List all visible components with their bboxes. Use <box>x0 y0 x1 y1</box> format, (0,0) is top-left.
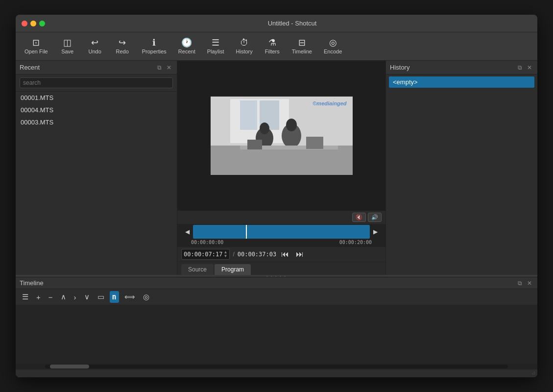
history-panel-actions: ⧉ ✕ <box>516 64 533 71</box>
scrubber-wrapper: ◀ ▶ <box>185 225 378 239</box>
save-button[interactable]: ◫ Save <box>55 36 80 56</box>
scrubber-start-arrow[interactable]: ◀ <box>185 228 190 235</box>
history-panel: History ⧉ ✕ <empty> <box>385 61 537 275</box>
tab-source[interactable]: Source <box>181 264 214 275</box>
encode-button[interactable]: ◎ Encode <box>319 36 347 56</box>
timeline-remove-button[interactable]: − <box>46 292 55 303</box>
timeline-append-button[interactable]: ∨ <box>82 291 92 303</box>
timeline-panel-actions: ⧉ ✕ <box>516 280 533 287</box>
current-time-display: 00:00:07:17 <box>184 251 222 258</box>
go-to-start-button[interactable]: ⏮ <box>279 249 291 260</box>
current-time-group: 00:00:07:17 ▲ ▼ <box>181 249 230 260</box>
timeline-settings-button[interactable]: ◎ <box>141 291 152 303</box>
recent-label: Recent <box>178 49 195 54</box>
traffic-lights <box>22 21 45 26</box>
timeline-panel: Timeline ⧉ ✕ ☰ + − ∧ › ∨ ▭ n ⟺ ◎ ⊿ <box>16 277 537 377</box>
recent-panel-title: Recent <box>20 64 40 71</box>
scrubber-end-arrow[interactable]: ▶ <box>373 228 378 235</box>
preview-area: ©mediainged <box>177 61 385 211</box>
minimize-button[interactable] <box>30 21 36 26</box>
resize-corner-icon: ⊿ <box>531 370 535 375</box>
file-name: 00001.MTS <box>21 94 53 101</box>
scrollbar-thumb[interactable] <box>50 365 89 368</box>
recent-panel-close-button[interactable]: ✕ <box>165 64 173 71</box>
recent-panel-header: Recent ⧉ ✕ <box>16 61 177 74</box>
timeline-add-button[interactable]: + <box>34 292 43 303</box>
svg-rect-2 <box>240 100 257 130</box>
list-item[interactable]: 00003.MTS <box>16 116 177 128</box>
timeline-lift-button[interactable]: ∧ <box>58 291 69 303</box>
timeline-panel-float-button[interactable]: ⧉ <box>516 280 524 287</box>
close-button[interactable] <box>22 21 27 26</box>
history-panel-header: History ⧉ ✕ <box>386 61 537 74</box>
timeline-button[interactable]: ⊟ Timeline <box>287 36 317 56</box>
tab-source-label: Source <box>188 266 207 273</box>
encode-icon: ◎ <box>329 38 337 47</box>
search-box <box>16 74 177 92</box>
open-file-button[interactable]: ⊡ Open File <box>20 36 53 56</box>
timeline-icon: ⊟ <box>298 38 306 47</box>
recent-panel: Recent ⧉ ✕ 00001.MTS 00004.MTS 00003.MTS <box>16 61 177 275</box>
undo-button[interactable]: ↩ Undo <box>82 36 108 56</box>
timeline-fit-button[interactable]: ▭ <box>95 291 107 303</box>
time-start: 00:00:00:00 <box>191 240 223 245</box>
timeline-label: Timeline <box>292 49 312 54</box>
scrubber-inner[interactable] <box>193 225 370 239</box>
maximize-button[interactable] <box>39 21 45 26</box>
svg-rect-10 <box>247 140 262 149</box>
total-time-display: 00:00:37:03 <box>238 251 276 258</box>
properties-icon: ℹ <box>152 38 156 47</box>
history-panel-float-button[interactable]: ⧉ <box>516 64 524 71</box>
svg-point-8 <box>286 119 297 131</box>
undo-label: Undo <box>89 49 101 54</box>
history-panel-close-button[interactable]: ✕ <box>526 64 533 71</box>
tab-program[interactable]: Program <box>215 264 251 275</box>
open-file-icon: ⊡ <box>32 38 40 47</box>
file-name: 00003.MTS <box>21 119 53 126</box>
playlist-button[interactable]: ☰ Playlist <box>202 36 229 56</box>
properties-button[interactable]: ℹ Properties <box>137 36 171 56</box>
search-input[interactable] <box>20 77 173 88</box>
center-panel: ©mediainged 🔇 🔊 ◀ ▶ 00:00: <box>177 61 385 275</box>
volume-button[interactable]: 🔊 <box>368 213 382 222</box>
redo-button[interactable]: ↪ Redo <box>110 36 135 56</box>
title-bar: Untitled - Shotcut <box>16 15 537 32</box>
scrollbar-track[interactable] <box>45 365 508 368</box>
go-to-end-button[interactable]: ⏭ <box>294 249 306 260</box>
timeline-panel-title: Timeline <box>20 279 44 287</box>
mute-button[interactable]: 🔇 <box>352 213 366 222</box>
list-item[interactable]: 00004.MTS <box>16 104 177 116</box>
svg-rect-11 <box>306 137 323 149</box>
timeline-snap-button[interactable]: n <box>110 291 119 303</box>
recent-icon: 🕐 <box>181 38 192 47</box>
playlist-label: Playlist <box>207 49 224 54</box>
main-content: Recent ⧉ ✕ 00001.MTS 00004.MTS 00003.MTS <box>16 61 537 275</box>
window-title: Untitled - Shotcut <box>53 20 531 27</box>
history-label: History <box>236 49 253 54</box>
undo-icon: ↩ <box>91 38 98 47</box>
play-controls: 00:00:07:17 ▲ ▼ / 00:00:37:03 ⏮ ⏭ <box>177 247 385 262</box>
history-button[interactable]: ⏱ History <box>231 36 258 56</box>
filters-icon: ⚗ <box>268 38 276 47</box>
history-empty-item[interactable]: <empty> <box>389 76 534 88</box>
time-separator: / <box>233 251 234 258</box>
save-icon: ◫ <box>63 38 72 47</box>
timeline-menu-button[interactable]: ☰ <box>20 291 31 303</box>
recent-panel-actions: ⧉ ✕ <box>156 64 173 71</box>
list-item[interactable]: 00001.MTS <box>16 92 177 104</box>
timeline-forward-button[interactable]: › <box>72 292 79 303</box>
recent-panel-float-button[interactable]: ⧉ <box>156 64 163 71</box>
time-spinners: ▲ ▼ <box>223 250 227 258</box>
timeline-ripple-button[interactable]: ⟺ <box>122 291 138 303</box>
encode-label: Encode <box>324 49 342 54</box>
timeline-panel-header: Timeline ⧉ ✕ <box>16 277 537 289</box>
time-down-button[interactable]: ▼ <box>223 254 227 258</box>
video-scene: ©mediainged <box>211 97 353 175</box>
recent-button[interactable]: 🕐 Recent <box>173 36 200 56</box>
svg-point-6 <box>260 122 269 134</box>
preview-controls: 🔇 🔊 <box>177 211 385 224</box>
timeline-panel-close-button[interactable]: ✕ <box>526 280 533 287</box>
file-list: 00001.MTS 00004.MTS 00003.MTS <box>16 92 177 275</box>
filters-button[interactable]: ⚗ Filters <box>260 36 285 56</box>
filters-label: Filters <box>265 49 280 54</box>
